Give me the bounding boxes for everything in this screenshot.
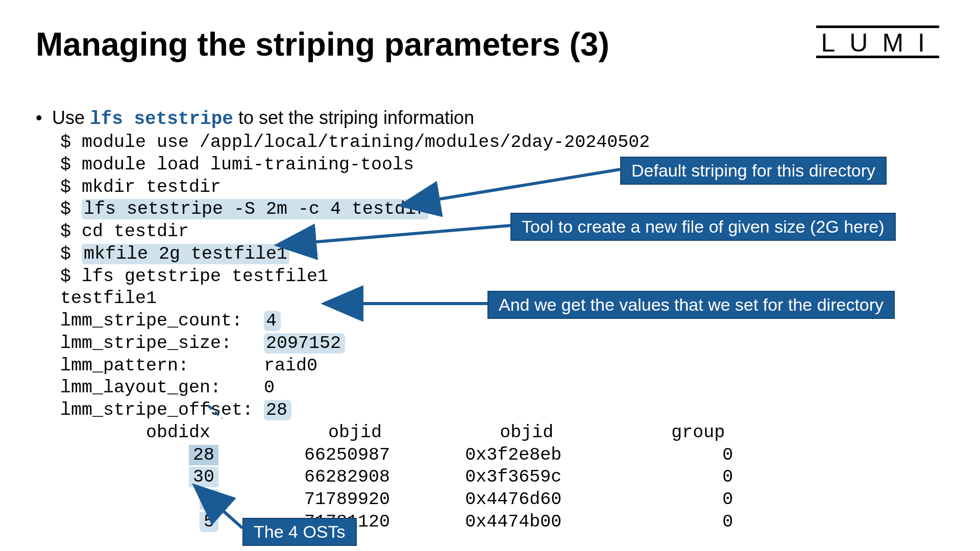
- code-l6h: mkfile 2g testfile1: [82, 244, 289, 264]
- r2c: 66282908 0x3f3659c 0: [218, 467, 733, 487]
- code-l12: lmm_layout_gen: 0: [60, 378, 275, 398]
- code-l1: $ module use /appl/local/training/module…: [60, 132, 650, 153]
- code-hdr: obdidx objid objid group: [60, 422, 725, 443]
- callout-default-striping: Default striping for this directory: [620, 157, 887, 185]
- r3b: 1: [200, 489, 218, 510]
- code-l4h: lfs setstripe -S 2m -c 4 testdir: [82, 199, 429, 219]
- code-l7: $ lfs getstripe testfile1: [60, 266, 328, 287]
- callout-values: And we get the values that we set for th…: [487, 291, 895, 319]
- code-l9a: lmm_stripe_count:: [60, 311, 264, 331]
- bullet-line: Use lfs setstripe to set the striping in…: [36, 107, 944, 130]
- code-l9h: 4: [264, 311, 281, 331]
- r1a: [60, 445, 189, 465]
- bullet-prefix: Use: [52, 107, 90, 128]
- r4a: [60, 512, 200, 532]
- code-l6p: $: [60, 244, 82, 264]
- r1b: 28: [189, 445, 218, 465]
- r1c: 66250987 0x3f2e8eb 0: [218, 445, 733, 465]
- code-l8: testfile1: [60, 288, 157, 309]
- r4b: 5: [200, 512, 218, 532]
- callout-osts: The 4 OSTs: [242, 518, 357, 546]
- code-l3: $ mkdir testdir: [60, 177, 221, 197]
- slide-title: Managing the striping parameters (3): [36, 26, 609, 63]
- logo-lumi: LUMI: [816, 26, 939, 58]
- code-l4p: $: [60, 199, 82, 219]
- r2b: 30: [189, 467, 218, 487]
- code-l5: $ cd testdir: [60, 221, 189, 242]
- r3a: [60, 489, 200, 510]
- r2a: [60, 467, 189, 487]
- code-l13a: lmm_stripe_offset:: [60, 400, 264, 420]
- callout-mkfile: Tool to create a new file of given size …: [510, 213, 896, 241]
- code-block: $ module use /appl/local/training/module…: [60, 132, 944, 534]
- code-l11: lmm_pattern: raid0: [60, 356, 317, 376]
- bullet-cmd: lfs setstripe: [90, 109, 233, 130]
- code-l10a: lmm_stripe_size:: [60, 333, 264, 354]
- r3c: 71789920 0x4476d60 0: [218, 489, 733, 510]
- code-l10h: 2097152: [264, 333, 345, 354]
- code-l2: $ module load lumi-training-tools: [60, 155, 414, 175]
- code-l13h: 28: [264, 400, 291, 420]
- bullet-suffix: to set the striping information: [233, 107, 474, 128]
